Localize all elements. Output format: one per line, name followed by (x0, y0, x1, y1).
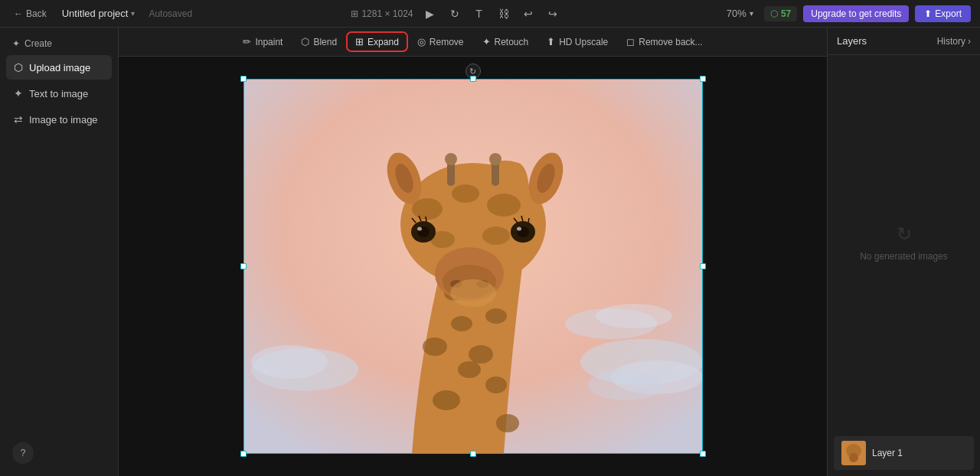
layer-1-thumbnail (841, 441, 866, 465)
history-button[interactable]: History › (937, 36, 971, 47)
svg-line-45 (426, 217, 426, 222)
remove-label: Remove (430, 37, 464, 47)
refresh-button[interactable]: ↻ (444, 3, 466, 24)
canvas-area[interactable]: ↻ (119, 57, 827, 476)
svg-point-9 (458, 361, 481, 378)
text-tool-button[interactable]: T (469, 3, 490, 24)
no-images-area: ↻ No generated images (828, 55, 980, 430)
svg-point-14 (496, 414, 519, 432)
svg-point-30 (417, 227, 422, 231)
remove-bg-tool[interactable]: ◻ Remove back... (619, 33, 710, 51)
center-column: ✏ Inpaint ⬡ Blend ⊞ Expand ◎ Remove ✦ Re… (119, 28, 827, 476)
remove-icon: ◎ (417, 36, 426, 47)
handle-middle-right[interactable] (700, 263, 706, 269)
upload-icon: ⬡ (14, 61, 23, 73)
play-button[interactable]: ▶ (420, 3, 441, 24)
topbar-left: ← Back Untitled project ▾ Autosaved (9, 5, 192, 22)
export-icon: ⬆ (924, 8, 932, 19)
inpaint-tool[interactable]: ✏ Inpaint (235, 33, 290, 51)
chevron-down-icon: ▾ (131, 9, 135, 18)
history-label: History (937, 36, 965, 47)
layer-1-item[interactable]: Layer 1 (834, 436, 974, 470)
canvas-size-display: ⊞ 1281 × 1024 (351, 8, 413, 19)
export-button[interactable]: ⬆ Export (915, 5, 971, 22)
remove-bg-icon: ◻ (626, 36, 635, 47)
canvas-container: ↻ (243, 79, 703, 454)
redo-button[interactable]: ↪ (542, 3, 564, 24)
credit-count: 57 (781, 8, 791, 19)
svg-point-17 (485, 308, 507, 324)
sidebar-item-image-to-image[interactable]: ⇄ Image to image (6, 107, 112, 132)
handle-top-right[interactable] (700, 76, 706, 82)
image-to-image-label: Image to image (29, 114, 98, 126)
left-sidebar: ✦ Create ⬡ Upload image ✦ Text to image … (0, 28, 119, 476)
project-title[interactable]: Untitled project ▾ (57, 5, 140, 21)
img-to-img-icon: ⇄ (14, 113, 23, 126)
back-button[interactable]: ← Back (9, 5, 51, 22)
expand-tool[interactable]: ⊞ Expand (348, 33, 407, 51)
svg-point-51 (849, 453, 858, 462)
retouch-icon: ✦ (482, 36, 491, 47)
topbar-tools: ▶ ↻ T ⛓ ↩ ↪ (420, 3, 564, 24)
expand-icon: ⊞ (355, 36, 364, 47)
create-label: Create (24, 38, 52, 49)
canvas-dimensions: 1281 × 1024 (361, 8, 413, 19)
inpaint-icon: ✏ (243, 36, 251, 47)
svg-point-21 (487, 194, 521, 217)
svg-line-48 (528, 218, 529, 223)
text-to-image-label: Text to image (29, 88, 88, 99)
svg-point-10 (423, 337, 447, 356)
main-layout: ✦ Create ⬡ Upload image ✦ Text to image … (0, 28, 980, 476)
upscale-icon: ⬆ (547, 36, 555, 47)
credits-badge: ⬡ 57 (764, 6, 797, 21)
handle-top-left[interactable] (240, 76, 247, 82)
help-button[interactable]: ? (12, 442, 34, 464)
remove-tool[interactable]: ◎ Remove (410, 33, 472, 51)
upscale-tool[interactable]: ⬆ HD Upscale (539, 33, 616, 51)
upload-image-label: Upload image (29, 62, 90, 73)
undo-button[interactable]: ↩ (518, 3, 539, 24)
handle-middle-left[interactable] (240, 263, 247, 269)
svg-point-41 (489, 153, 501, 165)
topbar-right: 70% ▾ ⬡ 57 Upgrade to get credits ⬆ Expo… (722, 5, 971, 22)
svg-point-12 (469, 345, 493, 364)
create-icon: ✦ (12, 38, 20, 49)
text-image-icon: ✦ (14, 87, 23, 99)
svg-point-23 (482, 227, 510, 245)
inpaint-label: Inpaint (255, 37, 283, 47)
back-label: Back (26, 8, 47, 19)
remove-bg-label: Remove back... (639, 37, 702, 47)
svg-point-2 (251, 345, 328, 379)
sidebar-item-text-to-image[interactable]: ✦ Text to image (6, 81, 112, 106)
zoom-chevron-icon: ▾ (750, 9, 753, 18)
tools-bar: ✏ Inpaint ⬡ Blend ⊞ Expand ◎ Remove ✦ Re… (119, 28, 827, 57)
zoom-value: 70% (727, 8, 746, 19)
blend-icon: ⬡ (301, 36, 309, 47)
upgrade-button[interactable]: Upgrade to get credits (803, 5, 909, 22)
panel-header: Layers History › (828, 28, 980, 55)
handle-bottom-center[interactable] (470, 451, 476, 457)
retouch-label: Retouch (495, 37, 529, 47)
sidebar-item-upload-image[interactable]: ⬡ Upload image (6, 55, 112, 80)
chevron-right-icon: › (968, 36, 971, 47)
blend-label: Blend (313, 37, 337, 47)
export-label: Export (935, 8, 962, 19)
link-button[interactable]: ⛓ (493, 3, 514, 24)
svg-point-11 (451, 316, 472, 331)
svg-point-13 (485, 377, 507, 393)
svg-point-5 (588, 370, 665, 400)
topbar-center: ⊞ 1281 × 1024 ▶ ↻ T ⛓ ↩ ↪ (198, 3, 716, 24)
handle-bottom-right[interactable] (700, 451, 706, 457)
layers-title: Layers (837, 35, 867, 47)
handle-bottom-left[interactable] (240, 451, 247, 457)
handle-top-center[interactable] (470, 76, 476, 82)
back-icon: ← (14, 8, 23, 19)
create-header: ✦ Create (6, 34, 112, 54)
zoom-control[interactable]: 70% ▾ (722, 5, 758, 21)
resize-icon: ⊞ (351, 8, 358, 19)
expand-label: Expand (368, 37, 399, 47)
svg-point-20 (452, 184, 479, 203)
retouch-tool[interactable]: ✦ Retouch (475, 33, 537, 51)
blend-tool[interactable]: ⬡ Blend (293, 33, 345, 51)
no-images-text: No generated images (860, 251, 948, 262)
